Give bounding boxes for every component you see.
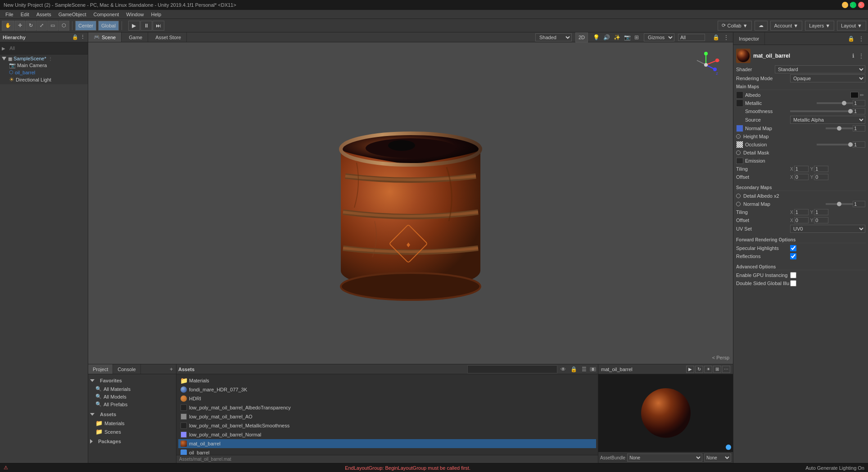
assets-eye-icon[interactable]: 👁 xyxy=(559,366,567,373)
mat-menu-icon[interactable]: ⋮ xyxy=(857,52,865,59)
assets-filter-icon[interactable]: ☰ xyxy=(580,366,588,373)
menu-gameobject[interactable]: GameObject xyxy=(55,10,90,19)
step-btn[interactable]: ⏭ xyxy=(153,21,164,31)
asset-item-hdri-sphere[interactable]: fondi_mare_HDR_077_3K xyxy=(178,385,596,394)
preview-play-btn[interactable]: ▶ xyxy=(686,366,694,373)
assetbundle-select[interactable]: None xyxy=(627,454,702,462)
albedo-thumb[interactable] xyxy=(736,91,743,99)
sec-tiling-y-input[interactable] xyxy=(814,209,828,215)
tool-rect[interactable]: ▭ xyxy=(47,21,58,31)
tool-rotate[interactable]: ↻ xyxy=(26,21,36,31)
double-sided-checkbox[interactable] xyxy=(790,280,796,286)
reflections-checkbox[interactable] xyxy=(790,253,796,259)
favorites-expand[interactable]: Favorites xyxy=(88,376,176,385)
tab-game[interactable]: Game xyxy=(122,32,148,42)
offset-y-input[interactable] xyxy=(814,174,828,180)
occlusion-value[interactable] xyxy=(853,141,865,148)
tab-project[interactable]: Project xyxy=(88,364,113,374)
asset-item-materials-folder[interactable]: 📁 Materials xyxy=(178,376,596,385)
sec-normalmap-value[interactable] xyxy=(853,201,865,207)
sec-tiling-x-input[interactable] xyxy=(794,209,809,215)
gpu-instancing-checkbox[interactable] xyxy=(790,272,796,278)
occlusion-slider[interactable] xyxy=(817,144,853,145)
assets-lock-icon[interactable]: 🔒 xyxy=(569,366,579,373)
tab-scene[interactable]: 🎮 Scene xyxy=(88,32,122,42)
inspector-menu-icon[interactable]: ⋮ xyxy=(857,35,865,42)
hierarchy-item-directionallight[interactable]: ☀ Directional Light xyxy=(0,76,88,83)
normalmap-slider[interactable] xyxy=(826,127,853,129)
scene-lock-icon[interactable]: 🔒 xyxy=(711,34,721,41)
normalmap-thumb[interactable] xyxy=(736,125,743,132)
albedo-color-swatch[interactable] xyxy=(850,92,859,98)
metallic-value[interactable] xyxy=(853,100,865,106)
menu-assets[interactable]: Assets xyxy=(33,10,55,19)
emission-swatch[interactable] xyxy=(736,158,743,164)
window-controls[interactable]: — □ ✕ xyxy=(842,2,864,8)
metallic-slider[interactable] xyxy=(817,102,853,104)
scene-gizmo[interactable]: X Y Z xyxy=(692,51,719,78)
fx-icon[interactable]: ✨ xyxy=(612,34,622,41)
grid-icon[interactable]: ⊞ xyxy=(633,34,640,41)
menu-edit[interactable]: Edit xyxy=(17,10,33,19)
hierarchy-item-oilbarrel[interactable]: ⬡ oil_barrel xyxy=(0,69,88,76)
specular-checkbox[interactable] xyxy=(790,245,796,251)
tiling-y-input[interactable] xyxy=(814,166,828,172)
pivot-center-btn[interactable]: Center xyxy=(75,21,96,31)
asset-item-albedo[interactable]: low_poly_mat_oil_barrel_AlbedoTransparen… xyxy=(178,403,596,412)
asset-item-metallic[interactable]: low_poly_mat_oil_barrel_MetallicSmoothne… xyxy=(178,421,596,430)
collab-btn[interactable]: ⟳ Collab ▼ xyxy=(718,21,751,31)
gizmos-dropdown[interactable]: Gizmos xyxy=(644,33,674,41)
occlusion-thumb[interactable] xyxy=(736,141,743,148)
preview-grid-btn[interactable]: ⊞ xyxy=(713,366,721,373)
asset-item-normal[interactable]: low_poly_mat_oil_barrel_Normal xyxy=(178,430,596,439)
tool-move[interactable]: ✛ xyxy=(15,21,25,31)
play-btn[interactable]: ▶ xyxy=(128,21,140,31)
pivot-global-btn[interactable]: Global xyxy=(98,21,119,31)
assets-item-materials[interactable]: 📁 Materials xyxy=(88,419,176,427)
asset-item-ao[interactable]: low_poly_mat_oil_barrel_AO xyxy=(178,412,596,421)
scene-cam-icon[interactable]: 📷 xyxy=(623,34,632,41)
smoothness-value[interactable] xyxy=(853,108,865,114)
hierarchy-lock-icon[interactable]: 🔒 xyxy=(72,34,78,40)
maximize-btn[interactable]: □ xyxy=(850,2,856,8)
bottom-add-btn[interactable]: + xyxy=(168,366,174,373)
lighting-icon[interactable]: 💡 xyxy=(592,34,601,41)
packages-expand[interactable]: Packages xyxy=(88,437,176,446)
sec-offset-x-input[interactable] xyxy=(794,217,809,223)
sec-offset-y-input[interactable] xyxy=(814,217,828,223)
menu-window[interactable]: Window xyxy=(122,10,147,19)
2d-btn[interactable]: 2D xyxy=(575,32,588,42)
assets-expand[interactable]: Assets xyxy=(88,410,176,419)
tab-inspector[interactable]: Inspector xyxy=(733,32,765,45)
hierarchy-search-input[interactable] xyxy=(7,43,86,53)
favorites-item-models[interactable]: 🔍 All Models xyxy=(88,393,176,400)
mat-info-icon[interactable]: ℹ xyxy=(851,52,856,59)
preview-sun-btn[interactable]: ☀ xyxy=(704,366,712,373)
asset-item-hdri[interactable]: HDRI xyxy=(178,394,596,403)
favorites-item-prefabs[interactable]: 🔍 All Prefabs xyxy=(88,400,176,408)
scene-menu-icon[interactable]: ⋮ xyxy=(722,34,730,41)
sec-normalmap-slider[interactable] xyxy=(826,203,853,205)
assets-item-scenes[interactable]: 📁 Scenes xyxy=(88,427,176,436)
layers-btn[interactable]: Layers ▼ xyxy=(805,21,834,31)
offset-x-input[interactable] xyxy=(794,174,809,180)
rendering-mode-dropdown[interactable]: Opaque xyxy=(790,74,865,82)
favorites-item-materials[interactable]: 🔍 All Materials xyxy=(88,385,176,393)
search-gizmos[interactable] xyxy=(678,34,705,41)
account-btn[interactable]: ☁ xyxy=(755,21,768,31)
account-label-btn[interactable]: Account ▼ xyxy=(770,21,803,31)
tab-console[interactable]: Console xyxy=(113,364,140,374)
shading-dropdown[interactable]: Shaded Wireframe xyxy=(535,33,572,41)
tool-hand[interactable]: ✋ xyxy=(2,21,14,31)
pause-btn[interactable]: ⏸ xyxy=(140,21,152,31)
tool-scale[interactable]: ⤢ xyxy=(36,21,47,31)
preview-refresh-dot[interactable] xyxy=(726,445,731,450)
tab-assetstore[interactable]: Asset Store xyxy=(148,32,187,42)
menu-file[interactable]: File xyxy=(2,10,17,19)
minimize-btn[interactable]: — xyxy=(842,2,848,8)
assets-search-input[interactable] xyxy=(467,365,557,373)
preview-refresh-btn[interactable]: ↻ xyxy=(695,366,703,373)
normalmap-value[interactable] xyxy=(853,125,865,132)
source-dropdown[interactable]: Metallic Alpha Albedo Alpha xyxy=(790,116,865,124)
smoothness-slider[interactable] xyxy=(790,110,853,112)
